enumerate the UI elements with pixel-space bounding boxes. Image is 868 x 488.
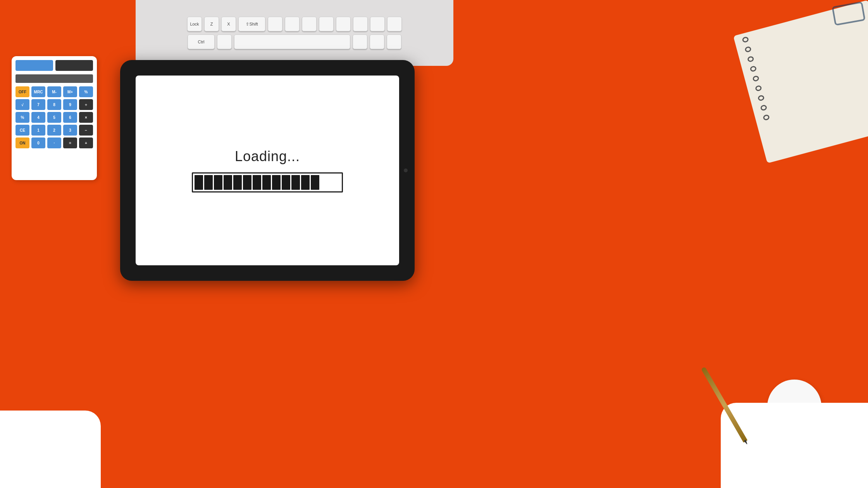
calc-btn-sqrt: √ — [16, 99, 29, 110]
seg-3 — [214, 175, 222, 190]
seg-13 — [311, 175, 319, 190]
calc-btn-mplus: M+ — [63, 86, 77, 97]
calc-btn-0: 0 — [31, 137, 45, 148]
calc-display-blue — [16, 60, 53, 71]
calc-row-3: % 4 5 6 × — [16, 112, 93, 123]
key-z: Z — [204, 17, 219, 31]
glasses-frame — [832, 1, 865, 26]
calc-btn-2: 2 — [47, 125, 61, 136]
calc-btn-mrc: MRC — [31, 86, 45, 97]
tablet-home-button — [404, 168, 408, 172]
key-blank9 — [217, 34, 232, 49]
calc-btn-dot: · — [47, 137, 61, 148]
seg-8 — [262, 175, 271, 190]
calc-btn-5: 5 — [47, 112, 61, 123]
calc-btn-1: 1 — [31, 125, 45, 136]
seg-4 — [224, 175, 232, 190]
key-blank6 — [353, 17, 368, 31]
seg-6 — [243, 175, 251, 190]
calc-btn-multiply: × — [79, 112, 93, 123]
calc-btn-6: 6 — [63, 112, 77, 123]
calc-btn-equals: = — [63, 137, 77, 148]
key-blank11 — [370, 34, 384, 49]
key-blank2 — [285, 17, 300, 31]
seg-2 — [204, 175, 213, 190]
calc-btn-plus: + — [79, 137, 93, 148]
seg-9 — [272, 175, 281, 190]
seg-5 — [233, 175, 242, 190]
seg-7 — [253, 175, 261, 190]
calc-btn-7: 7 — [31, 99, 45, 110]
calc-btn-percent2: % — [16, 112, 29, 123]
calc-btn-on: ON — [16, 137, 29, 148]
calc-btn-4: 4 — [31, 112, 45, 123]
calc-btn-off: OFF — [16, 86, 29, 97]
calc-btn-mminus: M- — [47, 86, 61, 97]
key-shift: ⇧Shift — [238, 17, 265, 31]
key-blank3 — [302, 17, 317, 31]
calc-row-4: CE 1 2 3 − — [16, 125, 93, 136]
key-blank5 — [336, 17, 351, 31]
sleeve-left — [0, 411, 101, 488]
calc-row-2: √ 7 8 9 ÷ — [16, 99, 93, 110]
glasses — [822, 0, 868, 31]
seg-10 — [282, 175, 290, 190]
calc-btn-3: 3 — [63, 125, 77, 136]
key-lock: Lock — [187, 17, 202, 31]
calc-display — [16, 60, 93, 71]
key-x: X — [221, 17, 236, 31]
key-blank10 — [353, 34, 367, 49]
calc-screen — [16, 74, 93, 83]
key-blank8 — [387, 17, 402, 31]
seg-11 — [291, 175, 300, 190]
key-blank1 — [268, 17, 282, 31]
calc-btn-9: 9 — [63, 99, 77, 110]
loading-text: Loading... — [235, 148, 300, 165]
calc-display-dark — [55, 60, 93, 71]
calc-btn-ce: CE — [16, 125, 29, 136]
key-blank12 — [387, 34, 401, 49]
seg-1 — [195, 175, 203, 190]
calc-btn-minus: − — [79, 125, 93, 136]
tablet-screen: Loading... — [136, 76, 399, 265]
calc-row-5: ON 0 · = + — [16, 137, 93, 148]
calculator: OFF MRC M- M+ % √ 7 8 9 ÷ % 4 5 6 × CE 1… — [12, 56, 97, 180]
key-ctrl: Ctrl — [188, 34, 215, 49]
calc-row-1: OFF MRC M- M+ % — [16, 86, 93, 97]
keyboard: Lock Z X ⇧Shift Ctrl — [136, 0, 453, 66]
key-blank7 — [370, 17, 385, 31]
key-space — [234, 34, 350, 49]
key-blank4 — [319, 17, 334, 31]
seg-12 — [301, 175, 310, 190]
sleeve-right — [721, 403, 868, 488]
tablet-device: Loading... — [120, 60, 415, 281]
progress-bar — [192, 172, 343, 192]
calc-btn-8: 8 — [47, 99, 61, 110]
calc-btn-percent1: % — [79, 86, 93, 97]
calc-btn-divide: ÷ — [79, 99, 93, 110]
